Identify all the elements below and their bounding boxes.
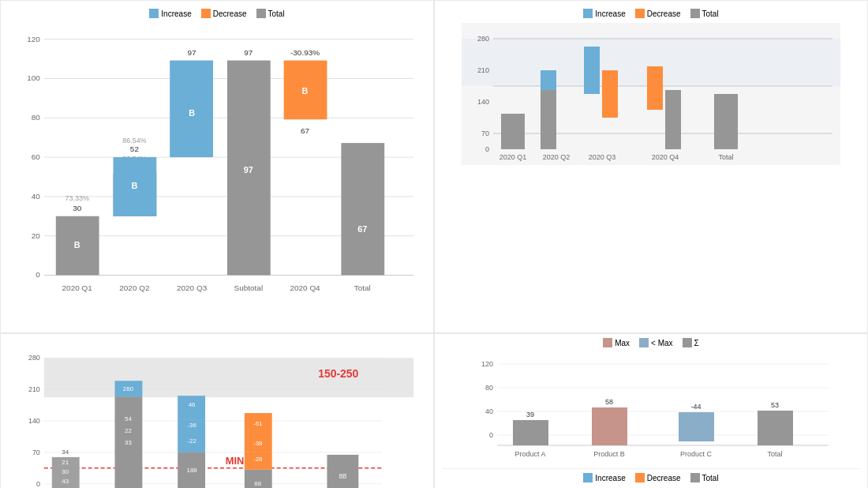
svg-text:100: 100 <box>27 73 40 82</box>
svg-text:Subtotal: Subtotal <box>234 283 264 292</box>
svg-text:Product A: Product A <box>514 450 545 458</box>
svg-text:188: 188 <box>186 467 197 474</box>
svg-text:280: 280 <box>28 354 40 362</box>
svg-text:-38: -38 <box>253 440 263 447</box>
svg-text:97: 97 <box>188 48 197 57</box>
svg-text:Total: Total <box>354 283 371 292</box>
svg-text:22: 22 <box>125 427 132 434</box>
svg-text:0: 0 <box>36 480 40 488</box>
svg-text:40: 40 <box>485 407 493 415</box>
chart-waterfall-br: Increase Decrease Total 240 1 <box>443 473 859 488</box>
legend-br-increase-label: Increase <box>595 474 625 482</box>
legend-tr-total-box <box>690 9 700 18</box>
svg-text:30: 30 <box>73 204 82 212</box>
legend-br-increase-box <box>583 473 593 482</box>
bar-tr-q4-orange <box>647 66 663 110</box>
legend-total-label: Total <box>268 9 285 18</box>
legend-total-box <box>256 9 266 18</box>
chart-top-right: Increase Decrease Total 2 <box>434 0 868 333</box>
bar-prod-total <box>758 411 793 445</box>
svg-text:150-250: 150-250 <box>318 367 358 380</box>
svg-text:Total: Total <box>718 153 733 161</box>
legend-max-label: Max <box>615 339 630 347</box>
legend-product: Max < Max Σ <box>443 338 859 347</box>
legend-tr-total-label: Total <box>702 9 719 18</box>
svg-text:80: 80 <box>32 113 41 122</box>
bar-tr-q3-orange <box>602 70 618 118</box>
svg-text:60: 60 <box>32 152 41 161</box>
bar-tr-total <box>714 94 738 149</box>
svg-text:-44: -44 <box>690 403 701 411</box>
legend-br-total: Total <box>690 473 719 482</box>
svg-text:140: 140 <box>28 417 40 425</box>
svg-text:2020 Q1: 2020 Q1 <box>62 283 93 292</box>
chart-top-left: Increase Decrease Total <box>0 0 434 333</box>
svg-product: 120 80 40 0 39 58 -44 53 Product A P <box>443 352 859 463</box>
svg-text:2020 Q1: 2020 Q1 <box>499 153 527 161</box>
legend-decrease: Decrease <box>201 9 247 18</box>
svg-text:67: 67 <box>301 126 310 135</box>
svg-bottom-left: 280 210 140 70 0 150-250 MINIMUM 34 21 3… <box>13 342 421 488</box>
svg-text:-28: -28 <box>253 456 263 463</box>
legend-br-total-label: Total <box>702 474 719 482</box>
legend-tr-decrease-label: Decrease <box>647 9 681 18</box>
chart-area-top-right: 280 210 140 70 0 <box>447 23 855 167</box>
legend-max: Max <box>603 338 630 347</box>
chart-area-top-left: 120 100 80 60 40 20 0 30 B 73.33% 52 B <box>13 23 421 317</box>
svg-text:B: B <box>302 86 309 96</box>
legend-br-decrease: Decrease <box>635 473 681 482</box>
svg-text:Total: Total <box>767 450 782 458</box>
bar-tr-q4-gray <box>665 90 681 149</box>
chart-area-bottom-left: 280 210 140 70 0 150-250 MINIMUM 34 21 3… <box>13 342 421 488</box>
legend-tr-total: Total <box>690 9 719 18</box>
svg-text:120: 120 <box>481 360 493 368</box>
legend-br-total-box <box>690 473 700 482</box>
legend-top-right: Increase Decrease Total <box>447 9 855 18</box>
dashboard: Increase Decrease Total <box>0 0 868 488</box>
svg-text:0: 0 <box>485 145 489 153</box>
svg-text:120: 120 <box>27 35 40 43</box>
svg-text:-22: -22 <box>187 437 196 445</box>
svg-text:30: 30 <box>62 468 69 475</box>
svg-text:40: 40 <box>32 192 41 201</box>
bar-tr-q2-gray <box>541 90 556 149</box>
svg-text:140: 140 <box>477 98 489 106</box>
svg-text:-61: -61 <box>253 420 263 427</box>
svg-text:58: 58 <box>605 398 613 406</box>
bar-prod-b <box>592 407 627 445</box>
legend-increase-label: Increase <box>161 9 191 18</box>
legend-increase-box <box>149 9 159 18</box>
legend-increase: Increase <box>149 9 191 18</box>
legend-tr-increase: Increase <box>583 9 625 18</box>
bar-tr-q1 <box>501 114 525 149</box>
svg-text:88: 88 <box>339 472 346 480</box>
svg-text:33: 33 <box>125 439 132 446</box>
legend-lt-max-box <box>639 338 649 347</box>
legend-decrease-label: Decrease <box>213 9 247 18</box>
svg-text:2020 Q2: 2020 Q2 <box>119 283 150 292</box>
svg-text:86.54%: 86.54% <box>122 137 146 145</box>
svg-text:70: 70 <box>481 130 489 137</box>
svg-text:280: 280 <box>477 35 489 43</box>
legend-tr-decrease-box <box>635 9 645 18</box>
svg-text:2020 Q3: 2020 Q3 <box>589 153 616 161</box>
chart-product: Max < Max Σ 120 80 <box>443 338 859 469</box>
svg-text:39: 39 <box>526 411 534 419</box>
svg-top-left: 120 100 80 60 40 20 0 30 B 73.33% 52 B <box>13 23 421 315</box>
svg-text:B: B <box>189 108 195 118</box>
svg-text:210: 210 <box>477 66 489 74</box>
svg-text:43: 43 <box>62 478 69 485</box>
svg-text:-30.93%: -30.93% <box>290 48 320 57</box>
legend-br-decrease-label: Decrease <box>647 474 681 482</box>
svg-text:0: 0 <box>489 431 493 439</box>
svg-text:B: B <box>74 240 80 250</box>
svg-text:53: 53 <box>771 401 779 409</box>
legend-top-left: Increase Decrease Total <box>13 9 421 18</box>
svg-text:-36: -36 <box>187 422 196 429</box>
legend-br-decrease-box <box>635 473 645 482</box>
bar-prod-c <box>679 412 714 441</box>
legend-br-increase: Increase <box>583 473 625 482</box>
svg-text:54: 54 <box>125 415 132 422</box>
svg-text:34: 34 <box>62 449 69 456</box>
svg-text:2020 Q2: 2020 Q2 <box>543 153 571 161</box>
